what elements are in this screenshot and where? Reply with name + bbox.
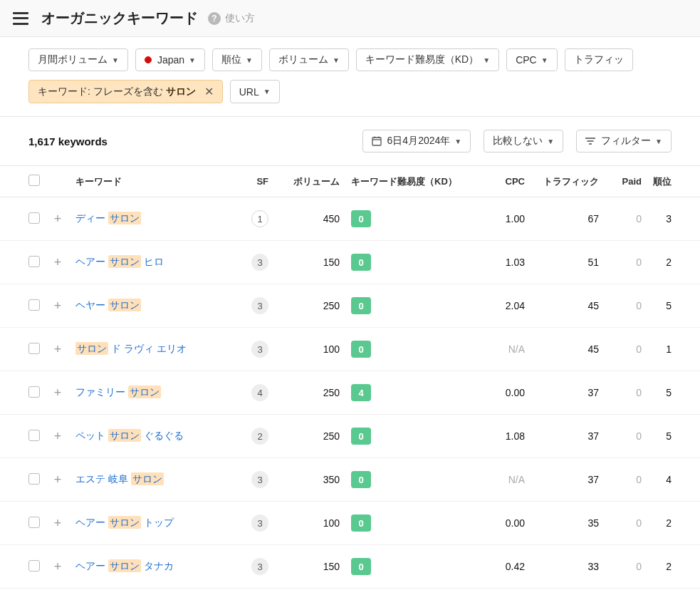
cpc-cell: 0.00 [481, 371, 531, 415]
volume-cell: 100 [274, 328, 345, 371]
expand-icon[interactable]: + [51, 516, 64, 531]
sf-badge[interactable]: 3 [251, 471, 268, 488]
expand-icon[interactable]: + [51, 472, 64, 487]
sf-badge[interactable]: 3 [251, 514, 268, 532]
compare-dropdown[interactable]: 比較しない ▼ [484, 130, 563, 152]
cpc-cell: N/A [481, 458, 531, 502]
expand-icon[interactable]: + [51, 559, 64, 574]
table-row: +ヘヤー サロン325002.044505 [0, 284, 700, 328]
filter-button[interactable]: フィルター ▼ [576, 130, 672, 152]
kd-badge: 4 [351, 384, 371, 401]
cpc-cell: 2.04 [481, 284, 531, 328]
col-paid[interactable]: Paid [605, 166, 647, 197]
col-cpc[interactable]: CPC [481, 166, 531, 197]
sf-badge[interactable]: 3 [251, 341, 268, 358]
sf-badge[interactable]: 3 [251, 558, 268, 575]
sf-badge[interactable]: 1 [251, 210, 268, 227]
highlighted-term: サロン [108, 429, 141, 442]
col-volume[interactable]: ボリューム [274, 166, 345, 197]
flag-icon [145, 56, 152, 63]
caret-down-icon: ▼ [246, 56, 253, 64]
col-keyword[interactable]: キーワード [70, 166, 240, 197]
table-row: +ペット サロン ぐるぐる225001.083705 [0, 415, 700, 458]
cpc-cell: 0.00 [481, 502, 531, 545]
table-row: +サロン ド ラヴィ エリオ31000N/A4501 [0, 328, 700, 371]
expand-icon[interactable]: + [51, 429, 64, 444]
traffic-cell: 51 [531, 241, 605, 284]
keyword-link[interactable]: ヘアー サロン タナカ [75, 559, 174, 572]
position-cell: 1 [647, 328, 700, 371]
row-checkbox[interactable] [28, 473, 40, 485]
table-row: +ディー サロン145001.006703 [0, 197, 700, 241]
row-checkbox[interactable] [28, 212, 40, 224]
traffic-cell: 45 [531, 284, 605, 328]
filter-cpc[interactable]: CPC ▼ [506, 48, 557, 71]
filter-label: トラフィッ [574, 53, 624, 66]
close-icon[interactable]: ✕ [204, 85, 214, 98]
row-checkbox[interactable] [28, 517, 40, 528]
cpc-cell: N/A [481, 328, 531, 371]
traffic-cell: 37 [531, 458, 605, 502]
filter-position[interactable]: 順位 ▼ [212, 48, 262, 71]
col-kd[interactable]: キーワード難易度（KD） [345, 166, 481, 197]
caret-down-icon: ▼ [655, 138, 662, 145]
paid-cell: 0 [605, 502, 647, 545]
position-cell: 2 [647, 241, 700, 284]
keyword-link[interactable]: ペット サロン ぐるぐる [75, 429, 184, 442]
row-checkbox[interactable] [28, 560, 40, 571]
help-icon[interactable]: ? [208, 12, 221, 25]
sf-badge[interactable]: 2 [251, 428, 268, 445]
cpc-cell: 1.08 [481, 415, 531, 458]
keyword-link[interactable]: サロン ド ラヴィ エリオ [75, 342, 187, 355]
position-cell: 2 [647, 502, 700, 545]
col-position[interactable]: 順位 [647, 166, 700, 197]
active-filter-text: キーワード: フレーズを含む サロン [38, 86, 196, 98]
col-sf[interactable]: SF [240, 166, 274, 197]
menu-icon[interactable] [13, 12, 28, 25]
keyword-link[interactable]: ファミリー サロン [75, 386, 161, 398]
kd-badge: 0 [351, 297, 371, 314]
expand-icon[interactable]: + [51, 212, 64, 227]
position-cell: 3 [647, 197, 700, 241]
caret-down-icon: ▼ [189, 56, 196, 64]
filter-kd[interactable]: キーワード難易度（KD） ▼ [356, 48, 499, 71]
expand-icon[interactable]: + [51, 299, 64, 314]
table-header-row: キーワード SF ボリューム キーワード難易度（KD） CPC トラフィック P… [0, 166, 700, 197]
sf-badge[interactable]: 3 [251, 297, 268, 314]
keyword-link[interactable]: ヘヤー サロン [75, 299, 141, 311]
filter-monthly-volume[interactable]: 月間ボリューム ▼ [28, 48, 128, 71]
table-row: +ヘアー サロン トップ310000.003502 [0, 502, 700, 545]
select-all-checkbox[interactable] [28, 175, 40, 186]
keyword-link[interactable]: エステ 岐阜 サロン [75, 472, 164, 485]
highlighted-term: サロン [131, 472, 164, 485]
help-link[interactable]: 使い方 [225, 12, 255, 25]
filter-traffic[interactable]: トラフィッ [565, 48, 633, 71]
row-checkbox[interactable] [28, 256, 40, 267]
position-cell: 4 [647, 458, 700, 502]
sf-badge[interactable]: 3 [251, 254, 268, 271]
col-traffic[interactable]: トラフィック [531, 166, 605, 197]
date-picker[interactable]: 6日4月2024年 ▼ [362, 130, 471, 152]
caret-down-icon: ▼ [454, 138, 461, 145]
expand-icon[interactable]: + [51, 255, 64, 270]
position-cell: 5 [647, 284, 700, 328]
highlighted-term: サロン [108, 212, 141, 224]
active-keyword-filter[interactable]: キーワード: フレーズを含む サロン ✕ [28, 80, 223, 103]
filter-url[interactable]: URL ▼ [230, 80, 280, 103]
expand-icon[interactable]: + [51, 342, 64, 357]
keyword-link[interactable]: ヘアー サロン ヒロ [75, 255, 164, 268]
volume-cell: 150 [274, 545, 345, 589]
filter-volume[interactable]: ボリューム ▼ [269, 48, 349, 71]
row-checkbox[interactable] [28, 299, 40, 311]
keyword-link[interactable]: ヘアー サロン トップ [75, 516, 174, 529]
row-checkbox[interactable] [28, 430, 40, 441]
row-checkbox[interactable] [28, 386, 40, 398]
paid-cell: 0 [605, 328, 647, 371]
caret-down-icon: ▼ [547, 138, 554, 145]
filter-country[interactable]: Japan ▼ [135, 48, 205, 71]
keyword-link[interactable]: ディー サロン [75, 212, 141, 224]
sf-badge[interactable]: 4 [251, 384, 268, 401]
expand-icon[interactable]: + [51, 386, 64, 400]
highlighted-term: サロン [128, 386, 161, 398]
row-checkbox[interactable] [28, 343, 40, 354]
